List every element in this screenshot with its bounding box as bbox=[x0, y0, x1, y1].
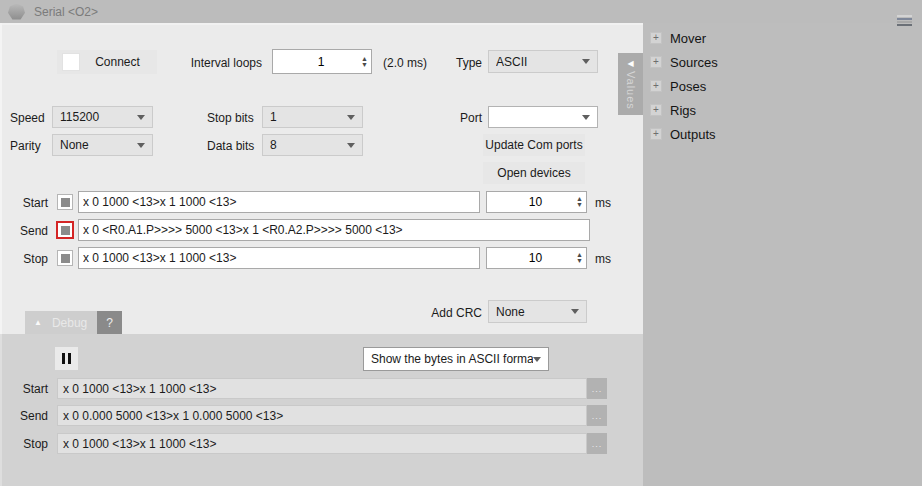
interval-loops-input[interactable] bbox=[273, 50, 358, 73]
debug-stop-label: Stop bbox=[6, 433, 48, 454]
expand-plus-icon[interactable]: + bbox=[650, 80, 662, 92]
device-heptagon-icon bbox=[8, 4, 25, 20]
speed-label: Speed bbox=[10, 111, 45, 125]
values-panel-tab[interactable]: ◀ Values bbox=[618, 53, 643, 115]
tree-item-label: Sources bbox=[670, 55, 718, 70]
window-title: Serial <O2> bbox=[34, 5, 98, 19]
port-dropdown[interactable] bbox=[488, 106, 598, 128]
tree-item-sources[interactable]: + Sources bbox=[643, 50, 922, 74]
speed-dropdown[interactable]: 115200 bbox=[52, 106, 153, 128]
parity-label: Parity bbox=[10, 139, 41, 153]
add-crc-label: Add CRC bbox=[420, 306, 482, 320]
open-devices-button[interactable]: Open devices bbox=[483, 162, 585, 184]
tree-item-rigs[interactable]: + Rigs bbox=[643, 98, 922, 122]
debug-start-more-button[interactable]: ... bbox=[587, 378, 607, 399]
stop-checkbox[interactable] bbox=[57, 250, 73, 266]
type-value: ASCII bbox=[496, 55, 582, 69]
debug-send-label: Send bbox=[6, 405, 48, 426]
send-checkbox[interactable] bbox=[56, 221, 74, 239]
send-row-label: Send bbox=[6, 224, 48, 238]
expand-plus-icon[interactable]: + bbox=[650, 128, 662, 140]
tree-item-mover[interactable]: + Mover bbox=[643, 26, 922, 50]
parity-value: None bbox=[60, 138, 137, 152]
expand-plus-icon[interactable]: + bbox=[650, 104, 662, 116]
window-titlebar: Serial <O2> bbox=[0, 0, 922, 23]
debug-start-label: Start bbox=[6, 378, 48, 399]
add-crc-value: None bbox=[496, 305, 571, 319]
tree-item-poses[interactable]: + Poses bbox=[643, 74, 922, 98]
tree-item-outputs[interactable]: + Outputs bbox=[643, 122, 922, 146]
byte-format-dropdown[interactable]: Show the bytes in ASCII format bbox=[363, 347, 549, 371]
chevron-down-icon bbox=[571, 309, 579, 314]
debug-section-tab[interactable]: ▲ Debug bbox=[25, 311, 97, 334]
spinner-down-icon[interactable]: ▼ bbox=[361, 62, 368, 68]
parity-dropdown[interactable]: None bbox=[52, 134, 153, 156]
chevron-down-icon bbox=[137, 143, 145, 148]
port-label: Port bbox=[420, 111, 482, 125]
stop-bits-label: Stop bits bbox=[207, 111, 254, 125]
tree-item-label: Poses bbox=[670, 79, 706, 94]
tree-item-label: Rigs bbox=[670, 103, 696, 118]
serial-settings-panel: Connect Interval loops ▲ ▼ (2.0 ms) Type… bbox=[0, 23, 643, 334]
update-com-ports-button[interactable]: Update Com ports bbox=[483, 134, 585, 156]
stop-interval-input[interactable] bbox=[487, 248, 573, 268]
chevron-down-icon bbox=[347, 143, 355, 148]
chevron-down-icon bbox=[582, 59, 590, 64]
spinner-down-icon[interactable]: ▼ bbox=[576, 258, 583, 264]
debug-start-output[interactable]: x 0 1000 <13>x 1 1000 <13> bbox=[57, 378, 587, 399]
stop-bits-value: 1 bbox=[270, 110, 347, 124]
values-tab-label: Values bbox=[625, 71, 637, 110]
debug-stop-more-button[interactable]: ... bbox=[587, 433, 607, 454]
collapse-left-icon: ◀ bbox=[627, 59, 633, 69]
chevron-down-icon bbox=[582, 115, 590, 120]
data-bits-value: 8 bbox=[270, 138, 347, 152]
expand-plus-icon[interactable]: + bbox=[650, 32, 662, 44]
expand-plus-icon[interactable]: + bbox=[650, 56, 662, 68]
send-message-input[interactable] bbox=[78, 219, 590, 241]
stop-row-label: Stop bbox=[6, 252, 48, 266]
data-bits-label: Data bits bbox=[207, 139, 254, 153]
tree-item-label: Mover bbox=[670, 31, 706, 46]
type-dropdown[interactable]: ASCII bbox=[488, 50, 598, 73]
data-bits-dropdown[interactable]: 8 bbox=[262, 134, 363, 156]
start-checkbox[interactable] bbox=[57, 194, 73, 210]
interval-loops-label: Interval loops bbox=[170, 56, 262, 70]
connect-label: Connect bbox=[80, 55, 157, 69]
add-crc-dropdown[interactable]: None bbox=[488, 300, 587, 323]
pause-button[interactable] bbox=[55, 347, 78, 370]
debug-send-output[interactable]: x 0 0.000 5000 <13>x 1 0.000 5000 <13> bbox=[57, 405, 587, 426]
interval-loops-stepper[interactable]: ▲ ▼ bbox=[272, 49, 372, 74]
spinner-down-icon[interactable]: ▼ bbox=[576, 202, 583, 208]
debug-panel: Show the bytes in ASCII format Start x 0… bbox=[0, 334, 643, 486]
byte-format-value: Show the bytes in ASCII format bbox=[371, 352, 533, 366]
stop-interval-stepper[interactable]: ▲ ▼ bbox=[486, 247, 587, 269]
type-label: Type bbox=[420, 56, 482, 70]
start-interval-input[interactable] bbox=[487, 192, 573, 212]
start-ms-unit: ms bbox=[595, 196, 611, 210]
chevron-down-icon bbox=[347, 115, 355, 120]
stop-bits-dropdown[interactable]: 1 bbox=[262, 106, 363, 128]
connect-checkbox[interactable] bbox=[62, 53, 80, 71]
tree-item-label: Outputs bbox=[670, 127, 716, 142]
speed-value: 115200 bbox=[60, 110, 137, 124]
stop-ms-unit: ms bbox=[595, 252, 611, 266]
start-interval-stepper[interactable]: ▲ ▼ bbox=[486, 191, 587, 213]
chevron-down-icon bbox=[533, 357, 541, 362]
chevron-down-icon bbox=[137, 115, 145, 120]
debug-tab-label: Debug bbox=[52, 316, 87, 330]
connect-button[interactable]: Connect bbox=[57, 50, 157, 74]
debug-send-more-button[interactable]: ... bbox=[587, 405, 607, 426]
values-tree-sidebar: + Mover + Sources + Poses + Rigs + Outpu… bbox=[643, 23, 922, 486]
debug-stop-output[interactable]: x 0 1000 <13>x 1 1000 <13> bbox=[57, 433, 587, 454]
debug-help-button[interactable]: ? bbox=[97, 311, 122, 334]
start-message-input[interactable] bbox=[78, 191, 480, 213]
pause-icon bbox=[62, 353, 65, 364]
collapse-up-icon: ▲ bbox=[34, 319, 42, 327]
start-row-label: Start bbox=[6, 196, 48, 210]
stop-message-input[interactable] bbox=[78, 247, 480, 269]
